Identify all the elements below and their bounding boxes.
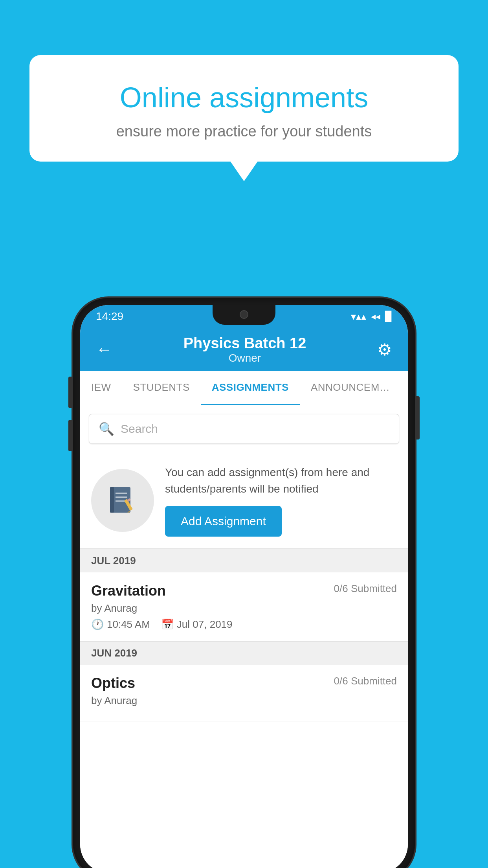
volume-up-button — [68, 377, 72, 408]
settings-icon[interactable]: ⚙ — [377, 340, 392, 359]
svg-rect-2 — [116, 493, 127, 494]
assignment-submitted-2: 0/6 Submitted — [334, 675, 397, 687]
power-button — [416, 396, 420, 440]
assignment-title-2: Optics — [91, 675, 135, 691]
assignment-top-row-2: Optics 0/6 Submitted — [91, 675, 397, 691]
app-header: ← Physics Batch 12 Owner ⚙ — [80, 328, 408, 371]
promo-right: You can add assignment(s) from here and … — [165, 464, 397, 537]
back-button[interactable]: ← — [96, 340, 112, 359]
section-jun-2019: JUN 2019 — [80, 641, 408, 665]
tabs-container: IEW STUDENTS ASSIGNMENTS ANNOUNCEM… — [80, 371, 408, 405]
assignment-top-row: Gravitation 0/6 Submitted — [91, 583, 397, 599]
tab-students[interactable]: STUDENTS — [122, 371, 201, 405]
speech-bubble-container: Online assignments ensure more practice … — [29, 55, 459, 162]
phone-camera — [240, 310, 248, 319]
header-subtitle: Owner — [112, 352, 377, 364]
section-jul-2019: JUL 2019 — [80, 549, 408, 572]
assignment-date: Jul 07, 2019 — [177, 618, 233, 631]
assignment-title: Gravitation — [91, 583, 166, 599]
notebook-icon-circle — [91, 469, 154, 532]
assignment-author-2: by Anurag — [91, 695, 397, 707]
search-bar[interactable]: 🔍 Search — [89, 414, 399, 444]
header-title: Physics Batch 12 — [112, 335, 377, 352]
status-icons: ▾▴▴ ◂◂ ▉ — [351, 311, 392, 323]
meta-time: 🕐 10:45 AM — [91, 618, 150, 631]
add-assignment-promo: You can add assignment(s) from here and … — [80, 452, 408, 549]
assignment-author: by Anurag — [91, 602, 397, 614]
status-time: 14:29 — [96, 310, 123, 323]
phone-notch — [213, 305, 275, 325]
promo-text: You can add assignment(s) from here and … — [165, 464, 397, 497]
search-icon: 🔍 — [99, 421, 114, 436]
volume-down-button — [68, 420, 72, 451]
search-placeholder: Search — [121, 422, 158, 436]
notebook-icon — [106, 484, 139, 517]
phone-frame: 14:29 ▾▴▴ ◂◂ ▉ ← Physics Batch 12 Owner … — [73, 298, 415, 868]
wifi-icon: ▾▴▴ — [351, 311, 366, 323]
assignment-submitted: 0/6 Submitted — [334, 583, 397, 595]
svg-rect-3 — [116, 497, 127, 498]
speech-bubble-title: Online assignments — [57, 81, 431, 114]
content-area: 🔍 Search — [80, 405, 408, 868]
tab-announcements[interactable]: ANNOUNCEM… — [300, 371, 401, 405]
svg-rect-1 — [110, 487, 114, 513]
battery-icon: ▉ — [385, 311, 392, 322]
header-title-section: Physics Batch 12 Owner — [112, 335, 377, 364]
add-assignment-button[interactable]: Add Assignment — [165, 506, 282, 537]
clock-icon: 🕐 — [91, 618, 104, 631]
phone-screen: 14:29 ▾▴▴ ◂◂ ▉ ← Physics Batch 12 Owner … — [80, 305, 408, 868]
meta-date: 📅 Jul 07, 2019 — [161, 618, 233, 631]
assignment-gravitation[interactable]: Gravitation 0/6 Submitted by Anurag 🕐 10… — [80, 572, 408, 641]
signal-icon: ◂◂ — [371, 311, 380, 322]
assignment-meta: 🕐 10:45 AM 📅 Jul 07, 2019 — [91, 618, 397, 631]
speech-bubble: Online assignments ensure more practice … — [29, 55, 459, 162]
assignment-optics[interactable]: Optics 0/6 Submitted by Anurag — [80, 665, 408, 721]
calendar-icon: 📅 — [161, 618, 174, 631]
tab-assignments[interactable]: ASSIGNMENTS — [201, 371, 300, 405]
speech-bubble-subtitle: ensure more practice for your students — [57, 123, 431, 140]
tab-iew[interactable]: IEW — [80, 371, 122, 405]
assignment-time: 10:45 AM — [107, 618, 150, 631]
